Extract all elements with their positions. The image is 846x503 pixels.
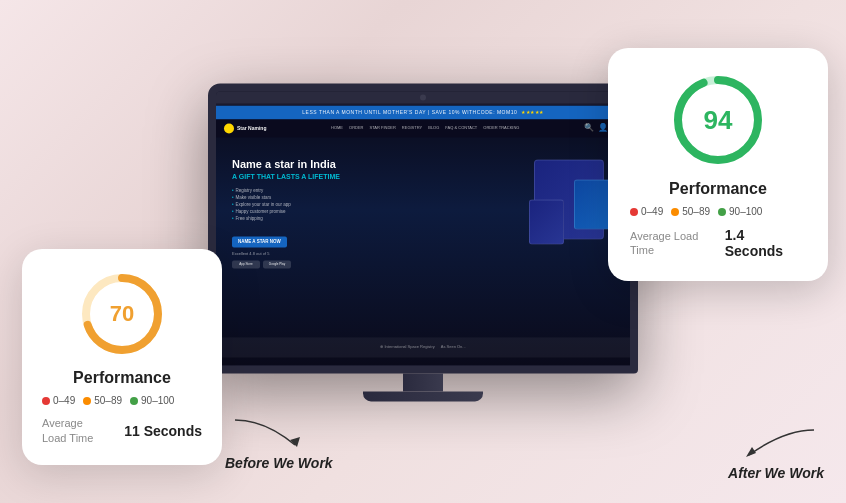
legend-item-high-after: 90–100: [718, 206, 762, 217]
legend-item-low: 0–49: [42, 395, 75, 406]
performance-card-before: 70 Performance 0–49 50–89 90–100 Average…: [22, 249, 222, 465]
gauge-wrapper-before: 70: [77, 269, 167, 359]
site-hero-subtitle: A GIFT THAT LASTS A LIFETIME: [232, 173, 484, 180]
legend-label-mid: 50–89: [94, 395, 122, 406]
footer-sub: As Seen On...: [441, 344, 466, 349]
legend-item-mid-after: 50–89: [671, 206, 710, 217]
perf-stats-after: Average Load Time 1.4 Seconds: [630, 227, 806, 259]
list-item: Happy customer promise: [232, 209, 484, 214]
site-nav-logo-icon: [224, 123, 234, 133]
site-nav-logo: Star Naming: [224, 123, 266, 133]
stat-value-after: 1.4 Seconds: [725, 227, 806, 259]
monitor-container: LESS THAN A MONTH UNTIL MOTHER'S DAY | S…: [208, 83, 638, 401]
svg-marker-5: [746, 447, 756, 457]
monitor: LESS THAN A MONTH UNTIL MOTHER'S DAY | S…: [208, 83, 638, 401]
legend-label-low-after: 0–49: [641, 206, 663, 217]
list-item: Make visible stars: [232, 195, 484, 200]
gauge-after: 94: [630, 70, 806, 170]
site-hero-title: Name a star in India: [232, 157, 484, 171]
list-item: Free shipping: [232, 216, 484, 221]
legend-dot-low: [42, 397, 50, 405]
site-hero: Name a star in India A GIFT THAT LASTS A…: [216, 137, 630, 337]
site-nav-links: HOME ORDER STAR FINDER REGISTRY BLOG FAQ…: [331, 125, 519, 130]
annotation-after-label: After We Work: [728, 465, 824, 481]
legend-dot-high: [130, 397, 138, 405]
list-item: Explore your star in our app: [232, 202, 484, 207]
gauge-before: 70: [42, 269, 202, 359]
perf-title-before: Performance: [42, 369, 202, 387]
site-hero-rating: Excellent 4.8 out of 5: [232, 251, 484, 256]
monitor-stand-neck: [403, 373, 443, 391]
site-cta-button[interactable]: NAME A STAR NOW: [232, 236, 287, 247]
site-banner: LESS THAN A MONTH UNTIL MOTHER'S DAY | S…: [216, 105, 630, 119]
legend-dot-mid: [83, 397, 91, 405]
legend-dot-mid-after: [671, 208, 679, 216]
legend-label-high: 90–100: [141, 395, 174, 406]
annotation-after-group: After We Work: [728, 425, 824, 481]
site-hero-list: Registry entry Make visible stars Explor…: [232, 188, 484, 221]
monitor-camera: [420, 94, 426, 100]
perf-stats-before: AverageLoad Time 11 Seconds: [42, 416, 202, 445]
app-store-badge: App Store: [232, 260, 260, 268]
perf-title-after: Performance: [630, 180, 806, 198]
monitor-stand-base: [363, 391, 483, 401]
legend-dot-low-after: [630, 208, 638, 216]
site-hero-apps: App Store Google Play: [232, 260, 484, 268]
site-banner-stars: ★★★★★: [521, 109, 544, 115]
site-hero-left: Name a star in India A GIFT THAT LASTS A…: [232, 149, 484, 325]
stat-label-before: AverageLoad Time: [42, 416, 93, 445]
list-item: Registry entry: [232, 188, 484, 193]
product-box-sm2: [529, 199, 564, 244]
perf-legend-after: 0–49 50–89 90–100: [630, 206, 806, 217]
legend-item-mid: 50–89: [83, 395, 122, 406]
site-nav-brand: Star Naming: [237, 125, 266, 131]
performance-card-after: 94 Performance 0–49 50–89 90–100 Average…: [608, 48, 828, 281]
legend-item-high: 90–100: [130, 395, 174, 406]
gauge-score-after: 94: [704, 105, 733, 136]
site-footer-strip: ⊕ International Space Registry As Seen O…: [216, 337, 630, 357]
annotation-before-group: Before We Work: [225, 415, 333, 471]
google-play-badge: Google Play: [263, 260, 291, 268]
perf-legend-before: 0–49 50–89 90–100: [42, 395, 202, 406]
legend-label-high-after: 90–100: [729, 206, 762, 217]
scene: LESS THAN A MONTH UNTIL MOTHER'S DAY | S…: [0, 0, 846, 503]
gauge-score-before: 70: [110, 301, 134, 327]
stat-label-after: Average Load Time: [630, 229, 725, 258]
site-hero-right: [484, 149, 614, 325]
monitor-bezel: [216, 91, 630, 105]
legend-dot-high-after: [718, 208, 726, 216]
footer-text: ⊕ International Space Registry: [380, 344, 434, 349]
gauge-wrapper-after: 94: [668, 70, 768, 170]
monitor-screen-wrapper: LESS THAN A MONTH UNTIL MOTHER'S DAY | S…: [208, 83, 638, 373]
site-banner-text: LESS THAN A MONTH UNTIL MOTHER'S DAY | S…: [302, 109, 517, 115]
monitor-screen: LESS THAN A MONTH UNTIL MOTHER'S DAY | S…: [216, 105, 630, 365]
legend-item-low-after: 0–49: [630, 206, 663, 217]
arrow-after-svg: [734, 425, 824, 465]
legend-label-low: 0–49: [53, 395, 75, 406]
legend-label-mid-after: 50–89: [682, 206, 710, 217]
site-nav: Star Naming HOME ORDER STAR FINDER REGIS…: [216, 119, 630, 137]
stat-value-before: 11 Seconds: [124, 423, 202, 439]
annotation-before-label: Before We Work: [225, 455, 333, 471]
arrow-before-svg: [225, 415, 305, 455]
